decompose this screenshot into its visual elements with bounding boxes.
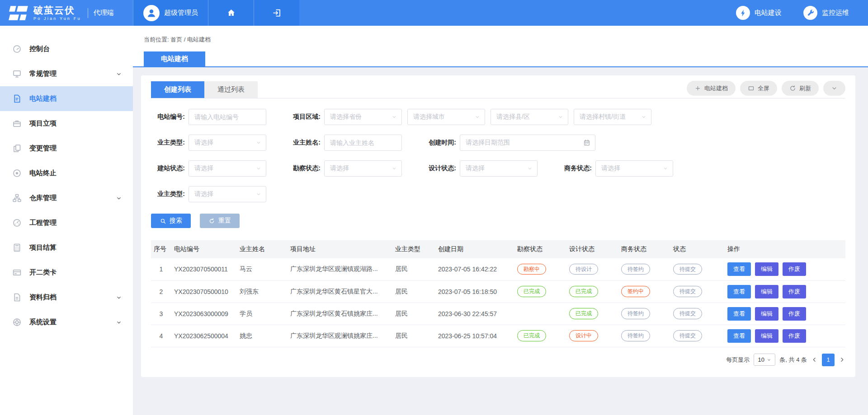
- breadcrumb-path[interactable]: 首页 / 电站建档: [170, 36, 211, 43]
- cell-created: 2023-06-30 22:45:57: [435, 303, 514, 325]
- plus-icon: [694, 85, 701, 92]
- filter-select[interactable]: 请选择: [595, 160, 673, 177]
- reset-button-label: 重置: [218, 217, 231, 225]
- status-pill: 待提交: [673, 330, 702, 341]
- void-button[interactable]: 作废: [783, 329, 806, 343]
- logo-title: 破茧云伏: [33, 5, 81, 15]
- filter-field: 项目区域:请选择省份请选择城市请选择县/区请选择村镇/街道: [287, 109, 651, 125]
- filter-select[interactable]: 请选择: [189, 186, 266, 202]
- cell-index: 4: [151, 325, 171, 347]
- wrench-icon: [803, 6, 817, 20]
- chevron-down-icon: [116, 71, 122, 77]
- filter-input[interactable]: [189, 109, 266, 125]
- cell-station-no: YX2023070500011: [171, 258, 237, 280]
- sidebar-item-8[interactable]: 项目结算: [0, 235, 133, 260]
- column-header: 状态: [670, 240, 725, 258]
- void-button[interactable]: 作废: [783, 285, 806, 298]
- toolbar-plus-button[interactable]: 电站建档: [687, 81, 736, 96]
- next-page-button[interactable]: [839, 356, 845, 363]
- filter-select[interactable]: 请选择省份: [324, 109, 402, 125]
- table-row: 2YX2023070500010刘强东广东深圳龙华区黄石镇星官大...居民202…: [151, 280, 845, 303]
- edit-button[interactable]: 编辑: [755, 307, 778, 321]
- filter-field: 业主类型:请选择: [151, 186, 287, 202]
- home-button[interactable]: [208, 0, 254, 26]
- status-pill: 已完成: [569, 308, 598, 319]
- void-button[interactable]: 作废: [783, 262, 806, 276]
- sidebar-item-2[interactable]: 电站建档: [0, 86, 133, 111]
- tab-1[interactable]: 通过列表: [204, 81, 258, 98]
- prev-page-button[interactable]: [811, 356, 818, 363]
- cell-status: 待提交: [670, 258, 725, 280]
- sidebar-item-7[interactable]: 工程管理: [0, 210, 133, 235]
- filter-select[interactable]: 请选择: [189, 160, 266, 177]
- view-button[interactable]: 查看: [727, 307, 751, 321]
- filter-field: 建站状态:请选择: [151, 160, 287, 177]
- cell-station-no: YX2023063000009: [171, 303, 237, 325]
- column-header: 操作: [725, 240, 845, 258]
- cell-status: 待提交: [670, 303, 725, 325]
- column-header: 创建日期: [435, 240, 514, 258]
- status-pill: 待签约: [621, 308, 650, 319]
- toolbar-fullscreen-button[interactable]: 全屏: [740, 81, 777, 96]
- filter-select[interactable]: 请选择: [324, 160, 402, 177]
- sidebar-item-9[interactable]: 开二类卡: [0, 260, 133, 285]
- logout-button[interactable]: [254, 0, 299, 26]
- toolbar-chevron-down-button[interactable]: [823, 81, 845, 96]
- header-shortcut-0[interactable]: 电站建设: [736, 6, 782, 20]
- view-button[interactable]: 查看: [727, 285, 751, 298]
- view-button[interactable]: 查看: [727, 329, 751, 343]
- filter-select[interactable]: 请选择县/区: [491, 109, 568, 125]
- sidebar-item-5[interactable]: 电站终止: [0, 161, 133, 186]
- reset-button[interactable]: 重置: [200, 214, 240, 228]
- sidebar-item-6[interactable]: 仓库管理: [0, 186, 133, 210]
- column-header: 序号: [151, 240, 171, 258]
- user-icon: [146, 8, 157, 19]
- sidebar-item-0[interactable]: 控制台: [0, 37, 133, 61]
- chevron-down-icon: [256, 140, 261, 145]
- void-button[interactable]: 作废: [783, 307, 806, 321]
- view-button[interactable]: 查看: [727, 262, 751, 276]
- page-tab[interactable]: 电站建档: [144, 51, 205, 66]
- edit-button[interactable]: 编辑: [755, 329, 778, 343]
- filter-date-range[interactable]: 请选择日期范围: [460, 135, 595, 151]
- chevron-down-icon: [116, 195, 122, 201]
- edit-button[interactable]: 编辑: [755, 262, 778, 276]
- filter-select[interactable]: 请选择村镇/街道: [574, 109, 651, 125]
- sidebar-menu: 控制台常规管理电站建档项目立项变更管理电站终止仓库管理工程管理项目结算开二类卡资…: [0, 37, 133, 335]
- header-shortcut-1[interactable]: 监控运维: [803, 6, 849, 20]
- filter-select[interactable]: 请选择: [460, 160, 538, 177]
- logo-subtitle: Po Jian Yun Fu: [33, 16, 81, 21]
- stations-table: 序号电站编号业主姓名项目地址业主类型创建日期勘察状态设计状态商务状态状态操作 1…: [151, 240, 845, 347]
- cell-owner: 马云: [237, 258, 288, 280]
- sidebar-item-4[interactable]: 变更管理: [0, 136, 133, 161]
- edit-button[interactable]: 编辑: [755, 285, 778, 298]
- table-row: 3YX2023063000009学员广东深圳龙华区黄石镇姚家庄...居民2023…: [151, 303, 845, 325]
- status-pill: 已完成: [517, 330, 546, 341]
- breadcrumb: 当前位置: 首页 / 电站建档: [133, 26, 868, 44]
- sidebar-item-label: 仓库管理: [29, 194, 57, 202]
- page-number[interactable]: 1: [822, 354, 835, 366]
- chevron-down-icon: [392, 114, 397, 120]
- user-menu[interactable]: 超级管理员: [133, 0, 208, 26]
- tab-0[interactable]: 创建列表: [151, 81, 204, 98]
- sidebar-item-1[interactable]: 常规管理: [0, 61, 133, 86]
- filter-select[interactable]: 请选择城市: [407, 109, 485, 125]
- filter-field: 业主类型:请选择: [151, 135, 287, 151]
- sidebar-item-3[interactable]: 项目立项: [0, 111, 133, 136]
- per-page-select[interactable]: 10: [754, 354, 775, 366]
- logo[interactable]: 破茧云伏 Po Jian Yun Fu 代理端: [0, 0, 133, 26]
- filter-field: 电站编号:: [151, 109, 287, 125]
- cell-actions: 查看编辑作废: [725, 303, 845, 325]
- sidebar-item-label: 资料归档: [29, 293, 57, 302]
- filter-input[interactable]: [324, 135, 402, 151]
- cell-index: 3: [151, 303, 171, 325]
- filter-select[interactable]: 请选择: [189, 135, 266, 151]
- cell-actions: 查看编辑作废: [725, 325, 845, 347]
- toolbar-refresh-button[interactable]: 刷新: [782, 81, 819, 96]
- search-button[interactable]: 搜索: [151, 214, 191, 228]
- cell-address: 广东深圳龙华区观澜镇观湖路...: [288, 258, 392, 280]
- sidebar-item-11[interactable]: 系统设置: [0, 310, 133, 335]
- cell-created: 2023-07-05 16:42:22: [435, 258, 514, 280]
- sidebar-item-10[interactable]: 资料归档: [0, 285, 133, 310]
- filter-label: 业主类型:: [151, 190, 185, 198]
